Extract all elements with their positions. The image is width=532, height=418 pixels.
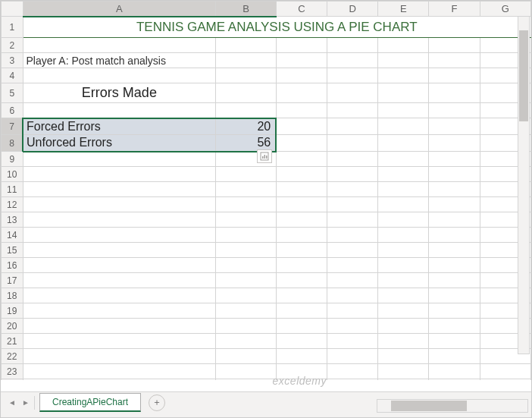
cell[interactable] — [378, 379, 429, 381]
cell[interactable] — [429, 379, 480, 381]
row-header-12[interactable]: 12 — [2, 197, 23, 212]
heading-cell[interactable]: Errors Made — [23, 83, 216, 103]
cell[interactable] — [378, 228, 429, 243]
cell[interactable] — [378, 258, 429, 273]
cell[interactable] — [378, 212, 429, 228]
cell[interactable] — [327, 273, 377, 288]
cell[interactable] — [429, 53, 480, 68]
cell[interactable] — [276, 152, 327, 167]
row-header-5[interactable]: 5 — [2, 83, 23, 103]
cell[interactable] — [378, 68, 429, 83]
tab-scroll-right-icon[interactable]: ► — [19, 395, 33, 410]
cell[interactable] — [327, 135, 377, 152]
cell[interactable] — [429, 319, 480, 334]
row-header-16[interactable]: 16 — [2, 258, 23, 273]
cell[interactable] — [216, 38, 276, 53]
cell[interactable] — [429, 135, 480, 152]
row-header-18[interactable]: 18 — [2, 288, 23, 303]
cell[interactable] — [327, 349, 377, 364]
row-header-7[interactable]: 7 — [2, 118, 23, 135]
cell[interactable] — [327, 53, 377, 68]
row-header-2[interactable]: 2 — [2, 38, 23, 53]
cell[interactable] — [23, 273, 216, 288]
cell[interactable] — [23, 167, 216, 182]
sheet-tab-active[interactable]: CreatingAPieChart — [39, 393, 141, 412]
cell[interactable] — [216, 379, 276, 381]
cell[interactable] — [378, 53, 429, 68]
cell[interactable] — [378, 38, 429, 53]
cell[interactable] — [429, 38, 480, 53]
col-header-A[interactable]: A — [23, 2, 216, 17]
cell[interactable] — [429, 243, 480, 258]
cell[interactable] — [327, 303, 377, 319]
cell[interactable] — [378, 319, 429, 334]
cell[interactable] — [429, 303, 480, 319]
cell[interactable] — [378, 243, 429, 258]
cell[interactable] — [23, 303, 216, 319]
cell[interactable] — [327, 38, 377, 53]
cell[interactable] — [429, 167, 480, 182]
cell[interactable] — [216, 243, 276, 258]
cell[interactable] — [216, 53, 276, 68]
cell[interactable] — [23, 258, 216, 273]
cell[interactable] — [429, 68, 480, 83]
cell[interactable] — [327, 243, 377, 258]
cell[interactable] — [216, 228, 276, 243]
cell[interactable] — [216, 182, 276, 197]
cell[interactable] — [429, 197, 480, 212]
cell-A7[interactable]: Forced Errors — [23, 118, 216, 135]
cell[interactable] — [216, 288, 276, 303]
cell[interactable] — [23, 182, 216, 197]
cell[interactable] — [429, 334, 480, 349]
cell[interactable] — [23, 349, 216, 364]
row-header-15[interactable]: 15 — [2, 243, 23, 258]
cell[interactable] — [276, 38, 327, 53]
cell[interactable] — [23, 288, 216, 303]
cell[interactable] — [429, 182, 480, 197]
cell[interactable] — [429, 228, 480, 243]
cell[interactable] — [327, 334, 377, 349]
cell[interactable] — [378, 152, 429, 167]
cell[interactable] — [429, 364, 480, 379]
cell[interactable] — [480, 364, 530, 379]
cell[interactable] — [378, 349, 429, 364]
cell[interactable] — [429, 118, 480, 135]
cell[interactable] — [378, 103, 429, 118]
cell[interactable] — [276, 167, 327, 182]
cell[interactable] — [216, 303, 276, 319]
row-header-23[interactable]: 23 — [2, 364, 23, 379]
cell[interactable] — [216, 364, 276, 379]
cell[interactable] — [23, 334, 216, 349]
cell[interactable] — [23, 212, 216, 228]
cell[interactable] — [276, 288, 327, 303]
cell[interactable] — [23, 68, 216, 83]
row-header-1[interactable]: 1 — [2, 17, 23, 38]
cell[interactable] — [23, 152, 216, 167]
cell[interactable] — [276, 118, 327, 135]
cell[interactable] — [327, 379, 377, 381]
select-all-corner[interactable] — [2, 2, 23, 17]
col-header-D[interactable]: D — [327, 2, 377, 17]
cell[interactable] — [23, 103, 216, 118]
row-header-3[interactable]: 3 — [2, 53, 23, 68]
cell[interactable] — [378, 83, 429, 103]
cell[interactable] — [429, 288, 480, 303]
cell[interactable] — [327, 212, 377, 228]
row-header-21[interactable]: 21 — [2, 334, 23, 349]
cell[interactable] — [327, 152, 377, 167]
cell[interactable] — [276, 228, 327, 243]
cell-A8[interactable]: Unforced Errors — [23, 135, 216, 152]
cell[interactable] — [327, 228, 377, 243]
horizontal-scrollbar[interactable] — [377, 399, 528, 413]
cell[interactable] — [327, 288, 377, 303]
cell[interactable] — [276, 212, 327, 228]
cell-B7[interactable]: 20 — [216, 118, 276, 135]
quick-analysis-icon[interactable] — [257, 149, 272, 163]
cell[interactable] — [23, 197, 216, 212]
spreadsheet-grid[interactable]: A B C D E F G 1 TENNIS GAME ANALYSIS USI… — [1, 1, 531, 380]
col-header-F[interactable]: F — [429, 2, 480, 17]
cell[interactable] — [276, 319, 327, 334]
cell[interactable] — [216, 258, 276, 273]
col-header-G[interactable]: G — [480, 2, 530, 17]
cell[interactable] — [480, 379, 530, 381]
